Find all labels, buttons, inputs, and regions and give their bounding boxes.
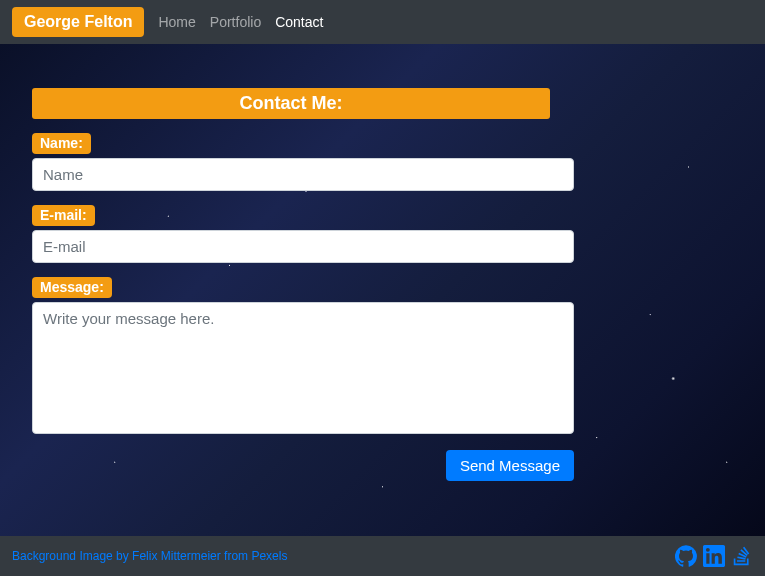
label-name: Name:	[32, 133, 91, 154]
field-group-message: Message:	[32, 277, 577, 434]
contact-form: Name: E-mail: Message: Send Message	[32, 133, 577, 481]
email-input[interactable]	[32, 230, 574, 263]
navbar: George Felton Home Portfolio Contact	[0, 0, 765, 44]
nav-link-portfolio[interactable]: Portfolio	[210, 14, 261, 30]
background-credit-link[interactable]: Background Image by Felix Mittermeier fr…	[12, 549, 287, 563]
page-heading: Contact Me:	[32, 88, 550, 119]
github-icon[interactable]	[675, 545, 697, 567]
label-message: Message:	[32, 277, 112, 298]
stackoverflow-icon[interactable]	[731, 545, 753, 567]
linkedin-icon[interactable]	[703, 545, 725, 567]
name-input[interactable]	[32, 158, 574, 191]
brand-logo[interactable]: George Felton	[12, 7, 144, 37]
send-message-button[interactable]: Send Message	[446, 450, 574, 481]
submit-row: Send Message	[32, 450, 574, 481]
field-group-email: E-mail:	[32, 205, 577, 263]
contact-form-container: Contact Me: Name: E-mail: Message: Send …	[0, 44, 765, 481]
footer: Background Image by Felix Mittermeier fr…	[0, 536, 765, 576]
nav-link-contact[interactable]: Contact	[275, 14, 323, 30]
label-email: E-mail:	[32, 205, 95, 226]
message-textarea[interactable]	[32, 302, 574, 434]
field-group-name: Name:	[32, 133, 577, 191]
social-links	[675, 545, 753, 567]
nav-link-home[interactable]: Home	[158, 14, 195, 30]
